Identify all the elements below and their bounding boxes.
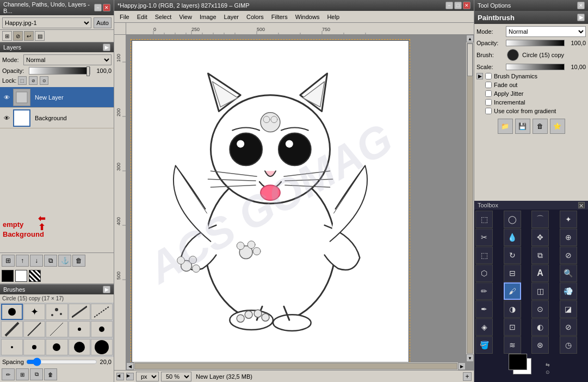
auto-button[interactable]: Auto — [94, 17, 112, 28]
tool-zoom[interactable]: 🔍 — [560, 264, 577, 282]
status-prev-btn[interactable]: ◀ — [116, 373, 124, 380]
tool-move[interactable]: ✥ — [531, 229, 549, 246]
tool-options-close-btn[interactable]: ✕ — [577, 2, 585, 9]
menu-windows[interactable]: Windows — [292, 13, 323, 21]
tool-desaturate[interactable]: ◐ — [531, 318, 549, 336]
brush-item-13[interactable] — [69, 339, 90, 355]
scroll-left-btn[interactable]: ◀ — [126, 362, 134, 370]
status-next-btn[interactable]: ▶ — [126, 373, 134, 380]
layer-mode-select[interactable]: Normal — [23, 54, 112, 65]
brush-item-11[interactable] — [23, 339, 45, 355]
canvas-minimize-btn[interactable]: − — [445, 2, 453, 9]
scroll-thumb-right[interactable] — [467, 44, 473, 76]
close-btn[interactable]: ✕ — [103, 4, 110, 11]
toolbox-options-btn[interactable]: ✕ — [578, 202, 585, 208]
tool-bucket[interactable]: 🪣 — [475, 336, 493, 354]
layer-btn-delete[interactable]: 🗑 — [72, 255, 85, 267]
checkbox-fade-out-input[interactable] — [485, 82, 492, 88]
tool-ellipse-select[interactable]: ◯ — [504, 211, 521, 228]
menu-select[interactable]: Select — [152, 13, 175, 21]
tool-action-4[interactable]: ⭐ — [550, 119, 565, 134]
menu-layer[interactable]: Layer — [221, 13, 243, 21]
layer-btn-duplicate[interactable]: ⧉ — [44, 255, 57, 267]
brush-item-7[interactable] — [46, 321, 67, 337]
toolbox-fg-color[interactable] — [509, 354, 527, 370]
scroll-track-right[interactable] — [467, 43, 473, 354]
tool-action-3[interactable]: 🗑 — [533, 119, 548, 134]
tool-action-1[interactable]: 📁 — [498, 119, 513, 134]
tool-heal[interactable]: ◑ — [504, 300, 521, 318]
canvas-image[interactable]: ACS GOMAG — [132, 40, 409, 362]
tool-color-picker[interactable]: 💧 — [504, 229, 521, 246]
tool-clone[interactable]: ⊙ — [531, 300, 549, 318]
tool-rotate[interactable]: ↻ — [504, 247, 521, 264]
brush-item-4[interactable] — [91, 304, 113, 320]
paintbrush-options-btn[interactable]: ▶ — [577, 14, 585, 21]
brush-item-6[interactable] — [23, 321, 45, 337]
menu-file[interactable]: File — [116, 13, 133, 21]
brush-item-1[interactable]: ✦ — [23, 304, 45, 320]
tool-crop[interactable]: ⬚ — [475, 247, 493, 264]
minimize-btn[interactable]: − — [94, 4, 102, 11]
eye-icon-bg[interactable]: 👁 — [2, 114, 11, 122]
tool-scissors[interactable]: ✂ — [475, 229, 493, 246]
brush-edit-btn[interactable]: ✏ — [2, 368, 15, 380]
tool-align[interactable]: ⊕ — [560, 229, 577, 246]
swap-colors-btn[interactable]: ⇆ — [546, 362, 550, 367]
tool-scale-slider[interactable] — [506, 64, 565, 70]
brushes-options-btn[interactable]: ▶ — [103, 286, 110, 293]
checkbox-incremental-input[interactable] — [485, 99, 492, 106]
lock-btn-3[interactable]: ⊙ — [40, 76, 48, 85]
brush-duplicate-btn[interactable]: ⧉ — [30, 368, 43, 380]
tool-eraser[interactable]: ◫ — [531, 282, 549, 300]
layer-item-new[interactable]: 👁 New Layer — [0, 87, 114, 108]
layer-btn-new-layer[interactable]: ⊞ — [2, 255, 15, 267]
tool-dodge[interactable]: ⊡ — [504, 318, 521, 336]
layer-item-bg[interactable]: 👁 Background — [0, 108, 114, 128]
file-select[interactable]: Happy.jpg-1 — [2, 17, 91, 28]
tool-mode-select[interactable]: Normal — [506, 26, 586, 37]
scroll-right-btn[interactable]: ▶ — [458, 362, 466, 370]
tool-lasso[interactable]: ⌒ — [531, 211, 549, 228]
scroll-down-btn[interactable]: ▼ — [466, 354, 474, 362]
tool-pencil[interactable]: ✏ — [475, 282, 493, 300]
tool-fuzzy[interactable]: ✦ — [560, 211, 577, 228]
canvas-scroll-area[interactable]: ACS GOMAG — [126, 35, 466, 362]
layer-btn-lower[interactable]: ↓ — [30, 255, 43, 267]
status-unit-select[interactable]: px — [136, 372, 159, 381]
tool-action-2[interactable]: 💾 — [515, 119, 530, 134]
layers-options-btn[interactable]: ▶ — [103, 44, 110, 51]
menu-edit[interactable]: Edit — [134, 13, 151, 21]
canvas-maximize-btn[interactable]: □ — [454, 2, 462, 9]
brush-item-14[interactable] — [91, 339, 113, 355]
opacity-slider[interactable] — [29, 67, 90, 75]
tool-flip[interactable]: ⊟ — [504, 264, 521, 282]
brush-preview-circle[interactable] — [507, 49, 519, 61]
tool-scale[interactable]: ⧉ — [531, 247, 549, 264]
brush-item-12[interactable] — [46, 339, 67, 355]
status-zoom-select[interactable]: 50 % — [161, 372, 191, 381]
brush-item-9[interactable] — [91, 321, 113, 337]
tool-path[interactable]: ⊘ — [560, 318, 577, 336]
scroll-up-btn[interactable]: ▲ — [466, 35, 474, 42]
brush-item-3[interactable] — [69, 304, 90, 320]
checkbox-apply-jitter-input[interactable] — [485, 90, 492, 97]
tool-gradient[interactable]: ≋ — [504, 336, 521, 354]
tool-measure[interactable]: ⊛ — [531, 336, 549, 354]
tool-convolve[interactable]: ◈ — [475, 318, 493, 336]
spacing-slider[interactable] — [26, 359, 97, 365]
menu-colors[interactable]: Colors — [243, 13, 267, 21]
brush-new-btn[interactable]: ⊞ — [16, 368, 29, 380]
tool-text[interactable]: A — [531, 264, 549, 282]
foreground-swatch[interactable] — [2, 270, 14, 282]
tool-opacity-slider[interactable] — [506, 40, 565, 46]
pattern-swatch[interactable] — [29, 270, 41, 282]
status-plus-btn[interactable]: + — [463, 372, 472, 381]
layer-btn-anchor[interactable]: ⚓ — [58, 255, 71, 267]
reset-colors-btn[interactable]: ⊙ — [546, 369, 550, 375]
tool-color-balance[interactable]: ◷ — [560, 336, 577, 354]
menu-help[interactable]: Help — [324, 13, 343, 21]
lock-btn-2[interactable]: ⊘ — [29, 76, 38, 85]
background-swatch[interactable] — [15, 270, 27, 282]
brush-item-8[interactable] — [69, 321, 90, 337]
